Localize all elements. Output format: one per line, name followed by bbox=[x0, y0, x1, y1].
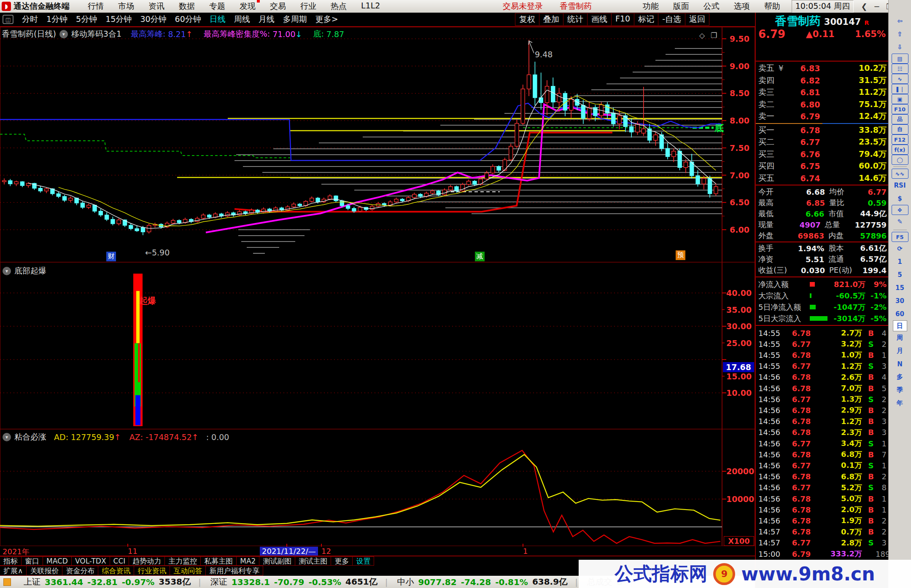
extension-tab-资金分布[interactable]: 资金分布 bbox=[62, 566, 98, 576]
strip-back-arrow-icon[interactable]: ⇦ bbox=[892, 14, 908, 27]
strip-trend-line-icon[interactable]: ∿ bbox=[892, 74, 908, 84]
strip-kline-icon[interactable]: ❚❘ bbox=[892, 84, 908, 94]
stock-name: 香雪制药 bbox=[775, 13, 821, 29]
ask-row[interactable]: 卖三6.8111.2万 bbox=[756, 86, 889, 98]
strip-f5-button[interactable]: F5 bbox=[892, 232, 908, 242]
strip-pages-icon[interactable]: ▣ bbox=[892, 94, 908, 104]
indicator-tab-VOL-TDX[interactable]: VOL-TDX bbox=[71, 556, 110, 566]
index-value: -74.28 bbox=[461, 577, 491, 587]
bid-row[interactable]: 买一6.7833.8万 bbox=[756, 124, 889, 136]
peak-value: 8.21 bbox=[168, 30, 186, 39]
tick-volume: 1.2万 bbox=[817, 416, 866, 427]
low-annotation: ←5.90 bbox=[145, 248, 170, 257]
indicator-tab-私募主图[interactable]: 私募主图 bbox=[200, 556, 237, 566]
tick-side: B bbox=[866, 417, 876, 426]
strip-report-icon[interactable]: ▤ bbox=[892, 54, 908, 64]
indicator-tab-MACD[interactable]: MACD bbox=[43, 556, 72, 566]
ask-row[interactable]: 卖五 ￥6.8310.2万 bbox=[756, 62, 889, 74]
strip-f10-button[interactable]: F10 bbox=[892, 104, 908, 114]
indicator-tab-设置[interactable]: 设置 bbox=[352, 556, 374, 566]
strip-quote-grid-icon[interactable]: ☷ bbox=[892, 64, 908, 74]
strip-draw-icon[interactable]: ✎ bbox=[892, 215, 908, 228]
density-value: 71.00 bbox=[272, 30, 295, 39]
extension-tab-综合资讯[interactable]: 综合资讯 bbox=[98, 566, 134, 576]
extension-tab-行业资讯[interactable]: 行业资讯 bbox=[134, 566, 170, 576]
extension-tab-新用户福利专享[interactable]: 新用户福利专享 bbox=[205, 566, 263, 576]
strip-period-week[interactable]: 周 bbox=[892, 331, 908, 344]
indicator-tab-趋势动力[interactable]: 趋势动力 bbox=[129, 556, 165, 566]
bottom-indicator-name[interactable]: 粘合必涨 bbox=[14, 432, 46, 443]
strip-period-15[interactable]: 15 bbox=[892, 281, 908, 294]
bottom-axis-label: 20000 bbox=[726, 467, 754, 476]
bid-label: 买二 bbox=[758, 137, 791, 148]
date-tick: 2021/11/22/— bbox=[260, 547, 318, 556]
indicator-tab-窗口[interactable]: 窗口 bbox=[21, 556, 43, 566]
strip-period-month[interactable]: 月 bbox=[892, 344, 908, 357]
indicator-tab-测试主图[interactable]: 测试主图 bbox=[295, 556, 331, 566]
flow-pct: -1% bbox=[865, 291, 887, 300]
tick-price: 6.78 bbox=[785, 450, 817, 459]
bid-row[interactable]: 买二6.7723.5万 bbox=[756, 136, 889, 148]
middle-axis-label: 25.00 bbox=[726, 338, 752, 348]
extension-tab-扩展∧[interactable]: 扩展∧ bbox=[0, 566, 27, 576]
strip-move-icon[interactable]: ✥ bbox=[892, 205, 908, 215]
strip-period-year[interactable]: 年 bbox=[892, 397, 908, 410]
strip-period-quarter[interactable]: 季 bbox=[892, 384, 908, 397]
bid-row[interactable]: 买三6.7679.4万 bbox=[756, 148, 889, 160]
strip-refresh-icon[interactable]: ⟳ bbox=[892, 242, 908, 255]
strip-period-30[interactable]: 30 bbox=[892, 294, 908, 307]
middle-indicator-name[interactable]: 底部起爆 bbox=[14, 266, 46, 277]
indicator-tab-测试副图[interactable]: 测试副图 bbox=[259, 556, 295, 566]
stock-title: 香雪制药 300147 R bbox=[756, 13, 888, 28]
ad-label: AD: bbox=[54, 432, 68, 442]
indicator-tab-MA2[interactable]: MA2 bbox=[236, 556, 259, 566]
strip-down-arrow-icon[interactable]: ⇩ bbox=[892, 40, 908, 54]
strip-up-arrow-icon[interactable]: ⇧ bbox=[892, 27, 908, 40]
strip-period-1[interactable]: 1 bbox=[892, 255, 908, 268]
index-value: -0.53% bbox=[308, 577, 341, 587]
status-icon[interactable] bbox=[3, 578, 11, 586]
window-minimize-button[interactable]: ─ bbox=[871, 2, 883, 11]
chevron-down-icon[interactable]: ▾ bbox=[3, 267, 11, 275]
bid-label: 买四 bbox=[758, 161, 791, 172]
strip-period-multi[interactable]: 多 bbox=[892, 371, 908, 384]
extension-tab-互动问答[interactable]: 互动问答 bbox=[170, 566, 206, 576]
strip-zixuan-button[interactable]: 自 bbox=[892, 124, 908, 134]
tick-row: 14:566.781.9万B2 bbox=[756, 515, 889, 526]
strip-period-n[interactable]: N bbox=[892, 357, 908, 371]
strip-f12-button[interactable]: F12 bbox=[892, 134, 908, 145]
indicator-tab-CCI[interactable]: CCI bbox=[110, 556, 129, 566]
strip-period-day[interactable]: 日 bbox=[893, 320, 907, 331]
strip-period-5[interactable]: 5 bbox=[892, 268, 908, 281]
bid-row[interactable]: 买五6.7414.6万 bbox=[756, 172, 889, 184]
indicator-name[interactable]: 移动筹码3合1 bbox=[71, 29, 121, 40]
indicator-tab-主力监控[interactable]: 主力监控 bbox=[164, 556, 201, 566]
strip-tree-icon[interactable]: 品 bbox=[892, 114, 908, 124]
bid-row[interactable]: 买四6.7560.0万 bbox=[756, 160, 889, 172]
tick-time: 14:55 bbox=[758, 340, 785, 349]
ask-row[interactable]: 卖四6.8231.5万 bbox=[756, 75, 889, 86]
strip-money-icon[interactable]: $ bbox=[892, 192, 908, 205]
strip-rsi-button[interactable]: RSI bbox=[892, 179, 908, 192]
strip-period-60[interactable]: 60 bbox=[892, 307, 908, 320]
indicator-tab-指标[interactable]: 指标 bbox=[0, 556, 22, 566]
chevron-down-icon[interactable]: ▾ bbox=[59, 30, 68, 38]
fund-flow-row: 净流入额821.0万9% bbox=[756, 279, 889, 290]
extension-tab-关联报价[interactable]: 关联报价 bbox=[26, 566, 62, 576]
chart-plot-area[interactable]: 底起爆 bbox=[0, 0, 755, 556]
chevron-down-icon[interactable]: ▾ bbox=[3, 433, 11, 441]
strip-wave-icon[interactable]: ∿∿ bbox=[892, 169, 908, 179]
maximize-panel-icon[interactable]: ❐ bbox=[711, 31, 717, 40]
flow-value: 821.0万 bbox=[815, 279, 865, 290]
tick-volume: 2.0万 bbox=[817, 505, 866, 515]
indicator-tab-更多[interactable]: 更多 bbox=[331, 556, 353, 566]
diamond-icon[interactable]: ◇ bbox=[699, 31, 705, 40]
flow-marker-icon bbox=[810, 305, 816, 309]
tick-price: 6.78 bbox=[785, 472, 817, 481]
strip-circle-icon[interactable]: ◯ bbox=[892, 155, 908, 165]
menu-item-帮助[interactable]: 帮助 bbox=[764, 1, 780, 12]
ask-row[interactable]: 卖二6.8075.1万 bbox=[756, 99, 889, 110]
strip-formula-icon[interactable]: f(x) bbox=[892, 145, 908, 155]
window-collapse-button[interactable]: ❮ bbox=[858, 2, 871, 11]
ask-row[interactable]: 卖一6.7912.4万 bbox=[756, 110, 889, 122]
